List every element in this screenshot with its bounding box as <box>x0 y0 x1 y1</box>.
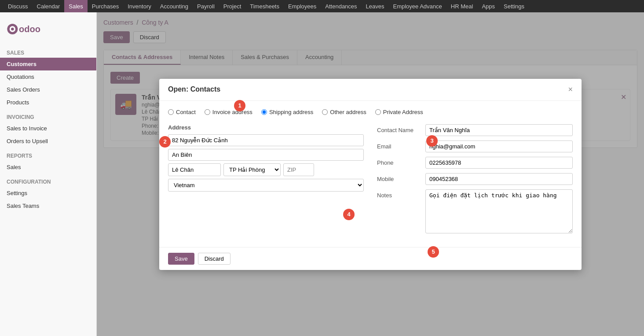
notes-value: Gọi điện đặt lịch trước khi giao hàng <box>425 189 573 235</box>
address-section-label: Address <box>168 124 364 131</box>
radio-private-label: Private Address <box>383 109 423 115</box>
contact-name-label: Contact Name <box>377 124 425 133</box>
nav-item-timesheets[interactable]: Timesheets <box>245 0 284 12</box>
street2-input[interactable] <box>168 149 364 161</box>
sidebar-section-sales: Sales <box>0 44 96 58</box>
email-input[interactable] <box>425 140 573 152</box>
form-grid: Address TP Hải Phòng <box>168 124 573 239</box>
sidebar-section-reports: Reports <box>0 148 96 161</box>
sidebar-item-orders-to-upsell[interactable]: Orders to Upsell <box>0 135 96 148</box>
sidebar-item-products[interactable]: Products <box>0 96 96 109</box>
nav-item-employee-advance[interactable]: Employee Advance <box>389 0 446 12</box>
radio-contact-input[interactable] <box>168 109 174 115</box>
mobile-value <box>425 173 573 185</box>
nav-item-payroll[interactable]: Payroll <box>193 0 219 12</box>
logo: odoo <box>0 17 96 44</box>
phone-label: Phone <box>377 157 425 166</box>
radio-private-input[interactable] <box>375 109 381 115</box>
nav-item-accounting[interactable]: Accounting <box>156 0 193 12</box>
nav-item-employees[interactable]: Employees <box>284 0 321 12</box>
mobile-input[interactable] <box>425 173 573 185</box>
notes-textarea[interactable]: Gọi điện đặt lịch trước khi giao hàng <box>425 189 573 233</box>
country-select[interactable]: Vietnam <box>168 179 364 192</box>
phone-input[interactable] <box>425 157 573 169</box>
contact-name-input[interactable] <box>425 124 573 136</box>
contact-name-row: Contact Name <box>377 124 573 136</box>
modal-discard-button[interactable]: Discard <box>198 253 231 265</box>
nav-item-attendances[interactable]: Attendances <box>321 0 361 12</box>
svg-point-2 <box>11 28 14 31</box>
nav-item-settings[interactable]: Settings <box>499 0 529 12</box>
address-section: Address TP Hải Phòng <box>168 124 364 239</box>
nav-item-apps[interactable]: Apps <box>477 0 499 12</box>
modal-overlay: 1 2 3 4 5 Open: Contacts × Contact <box>97 12 644 336</box>
contact-info-section: Contact Name Email <box>377 124 573 239</box>
top-navigation: Discuss Calendar Sales Purchases Invento… <box>0 0 644 12</box>
phone-row: Phone <box>377 157 573 169</box>
nav-item-sales[interactable]: Sales <box>64 0 88 12</box>
radio-shipping-input[interactable] <box>261 109 267 115</box>
mobile-label: Mobile <box>377 173 425 182</box>
modal-footer: Save Discard <box>159 247 582 270</box>
radio-invoice-input[interactable] <box>205 109 210 115</box>
radio-other-input[interactable] <box>322 109 328 115</box>
address-fields: TP Hải Phòng Vietnam <box>168 134 364 192</box>
sidebar-item-sales-teams[interactable]: Sales Teams <box>0 199 96 212</box>
state-select[interactable]: TP Hải Phòng <box>223 163 281 176</box>
modal-header: Open: Contacts × <box>159 79 582 101</box>
sidebar-item-sales-orders[interactable]: Sales Orders <box>0 83 96 96</box>
email-label: Email <box>377 140 425 150</box>
annotation-5: 5 <box>428 246 439 258</box>
street-input[interactable] <box>168 134 364 146</box>
svg-text:odoo: odoo <box>19 24 40 34</box>
radio-invoice-label: Invoice address <box>212 109 252 115</box>
sidebar-item-customers[interactable]: Customers <box>0 58 96 70</box>
nav-item-project[interactable]: Project <box>219 0 245 12</box>
notes-label: Notes <box>377 189 425 199</box>
nav-item-leaves[interactable]: Leaves <box>362 0 389 12</box>
contact-name-value <box>425 124 573 136</box>
radio-other[interactable]: Other address <box>322 109 366 115</box>
nav-item-hr-meal[interactable]: HR Meal <box>446 0 478 12</box>
radio-invoice[interactable]: Invoice address <box>205 109 252 115</box>
city-state-row: TP Hải Phòng <box>168 163 364 176</box>
sidebar-section-configuration: Configuration <box>0 174 96 187</box>
city-input[interactable] <box>168 163 221 176</box>
nav-item-calendar[interactable]: Calendar <box>33 0 65 12</box>
sidebar-item-settings[interactable]: Settings <box>0 187 96 199</box>
address-type-radio-group: Contact Invoice address Shipping address <box>168 109 573 115</box>
zip-input[interactable] <box>283 163 314 176</box>
nav-item-inventory[interactable]: Inventory <box>123 0 155 12</box>
annotation-4: 4 <box>343 209 355 220</box>
nav-item-purchases[interactable]: Purchases <box>88 0 123 12</box>
sidebar-section-invoicing: Invoicing <box>0 109 96 122</box>
modal-save-button[interactable]: Save <box>168 253 194 265</box>
annotation-2: 2 <box>159 136 171 148</box>
nav-item-discuss[interactable]: Discuss <box>4 0 33 12</box>
modal-title: Open: Contacts <box>168 85 220 93</box>
radio-private[interactable]: Private Address <box>375 109 423 115</box>
radio-contact[interactable]: Contact <box>168 109 196 115</box>
sidebar-item-sales-to-invoice[interactable]: Sales to Invoice <box>0 122 96 135</box>
sidebar: odoo Sales Customers Quotations Sales Or… <box>0 12 97 336</box>
notes-row: Notes Gọi điện đặt lịch trước khi giao h… <box>377 189 573 235</box>
content-area: Customers / Công ty A Save Discard Conta… <box>97 12 644 336</box>
radio-shipping[interactable]: Shipping address <box>261 109 313 115</box>
sidebar-item-quotations[interactable]: Quotations <box>0 70 96 83</box>
phone-value <box>425 157 573 169</box>
annotation-3: 3 <box>426 135 438 147</box>
email-value <box>425 140 573 152</box>
radio-shipping-label: Shipping address <box>269 109 313 115</box>
annotation-1: 1 <box>234 100 245 111</box>
mobile-row: Mobile <box>377 173 573 185</box>
modal-close-button[interactable]: × <box>568 85 573 94</box>
sidebar-item-reports-sales[interactable]: Sales <box>0 161 96 174</box>
open-contacts-modal: 1 2 3 4 5 Open: Contacts × Contact <box>159 79 582 270</box>
email-row: Email <box>377 140 573 152</box>
radio-other-label: Other address <box>330 109 366 115</box>
modal-body: Contact Invoice address Shipping address <box>159 101 582 247</box>
radio-contact-label: Contact <box>176 109 196 115</box>
